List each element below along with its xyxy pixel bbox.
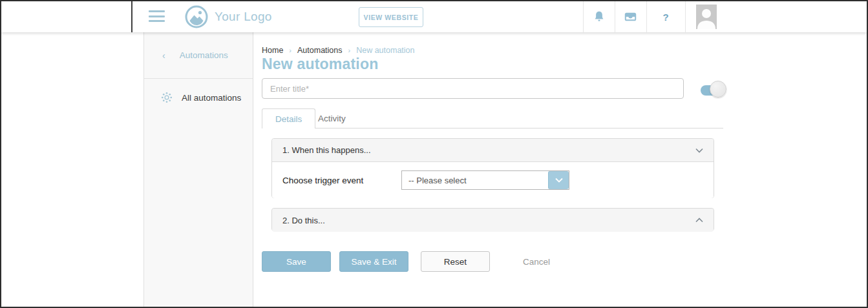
title-input[interactable] bbox=[262, 78, 684, 99]
inbox-button[interactable] bbox=[615, 1, 646, 32]
top-header: Your Logo VIEW WEBSITE ? bbox=[1, 1, 867, 32]
trigger-event-label: Choose trigger event bbox=[282, 176, 392, 185]
hamburger-menu-icon[interactable] bbox=[149, 10, 165, 23]
page-title: New automation bbox=[262, 56, 378, 73]
notifications-button[interactable] bbox=[583, 1, 615, 32]
status-toggle[interactable] bbox=[701, 81, 734, 98]
app-window: Your Logo VIEW WEBSITE ? bbox=[0, 0, 868, 308]
chevron-right-icon: › bbox=[289, 46, 291, 54]
logo-text: Your Logo bbox=[215, 10, 272, 24]
sidebar-back-automations[interactable]: ‹ Automations bbox=[144, 32, 253, 79]
accordion-header-1[interactable]: 1. When this happens... bbox=[272, 139, 714, 162]
chevron-down-icon bbox=[695, 148, 703, 153]
section-when-this-happens: 1. When this happens... Choose trigger e… bbox=[271, 138, 714, 198]
sidebar: ‹ Automations All automations bbox=[143, 32, 253, 308]
user-avatar[interactable] bbox=[696, 5, 717, 29]
chevron-left-icon: ‹ bbox=[162, 50, 165, 61]
select-value: -- Please select bbox=[402, 176, 548, 185]
trigger-event-select[interactable]: -- Please select bbox=[401, 170, 569, 190]
logo[interactable]: Your Logo bbox=[185, 5, 272, 28]
sidebar-section-title: Automations bbox=[180, 50, 228, 60]
automation-gear-icon bbox=[161, 92, 173, 103]
sidebar-item-label: All automations bbox=[182, 93, 241, 103]
breadcrumb-automations[interactable]: Automations bbox=[297, 46, 342, 55]
inbox-tray-icon bbox=[624, 12, 637, 22]
save-and-exit-button[interactable]: Save & Exit bbox=[339, 251, 408, 272]
bell-icon bbox=[593, 10, 605, 23]
cancel-link[interactable]: Cancel bbox=[523, 257, 550, 267]
breadcrumb-current: New automation bbox=[356, 46, 414, 55]
form-actions: Save Save & Exit Reset Cancel bbox=[262, 251, 550, 272]
sidebar-item-all-automations[interactable]: All automations bbox=[144, 79, 253, 116]
logo-image-icon bbox=[185, 5, 208, 28]
breadcrumb: Home › Automations › New automation bbox=[262, 46, 415, 55]
section-do-this: 2. Do this... bbox=[271, 208, 714, 231]
help-button[interactable]: ? bbox=[646, 1, 685, 32]
accordion-title: 1. When this happens... bbox=[282, 145, 371, 155]
save-button[interactable]: Save bbox=[262, 251, 331, 272]
breadcrumb-home[interactable]: Home bbox=[262, 46, 283, 55]
tab-bar: Details Activity bbox=[262, 108, 723, 128]
chevron-up-icon bbox=[695, 218, 703, 223]
view-website-button[interactable]: VIEW WEBSITE bbox=[359, 7, 423, 27]
tab-details[interactable]: Details bbox=[262, 108, 315, 128]
main-content: Home › Automations › New automation New … bbox=[253, 32, 868, 308]
select-dropdown-button[interactable] bbox=[548, 171, 569, 189]
reset-button[interactable]: Reset bbox=[421, 251, 490, 272]
question-mark-icon: ? bbox=[662, 12, 668, 23]
accordion-title: 2. Do this... bbox=[282, 216, 325, 225]
header-divider bbox=[131, 1, 132, 32]
accordion-header-2[interactable]: 2. Do this... bbox=[272, 209, 714, 232]
chevron-right-icon: › bbox=[348, 46, 351, 54]
